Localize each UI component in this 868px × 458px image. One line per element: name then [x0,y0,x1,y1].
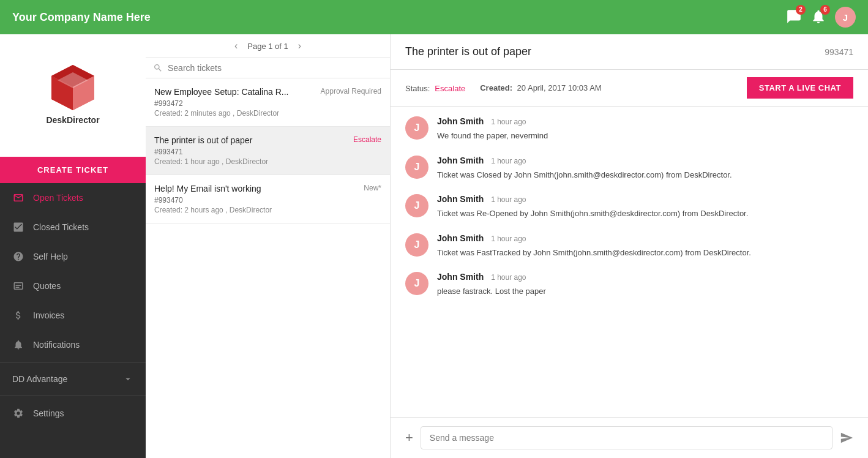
prev-page-button[interactable]: ‹ [234,40,238,51]
detail-ticket-number: 993471 [825,47,853,57]
sidebar: DeskDirector CREATE TICKET Open Tickets … [0,34,146,458]
sidebar-item-quotes[interactable]: Quotes [0,271,146,301]
ticket-number: #993472 [154,99,381,108]
bell-icon-wrap[interactable]: 6 [810,9,826,26]
ticket-badge: New* [364,184,381,192]
list-item: J John Smith 1 hour ago please fastrack.… [405,272,853,298]
top-header: Your Company Name Here 2 6 J [0,0,868,34]
message-time: 1 hour ago [491,195,526,204]
logo-svg: DeskDirector [30,53,116,138]
ticket-list-panel: ‹ Page 1 of 1 › New Employee Setup: Cata… [146,34,391,458]
message-body: John Smith 1 hour ago Ticket was Closed … [437,156,853,181]
send-message-button[interactable] [840,431,853,445]
table-row[interactable]: The printer is out of paper Escalate #99… [146,127,390,175]
pagination-bar: ‹ Page 1 of 1 › [146,34,390,58]
ticket-title: New Employee Setup: Catalina R... [154,87,288,97]
message-text: please fastrack. Lost the paper [437,285,853,298]
avatar: J [405,156,428,179]
created-value: 20 April, 2017 10:03 AM [517,83,602,92]
next-page-button[interactable]: › [298,40,301,51]
sidebar-item-invoices[interactable]: Invoices [0,301,146,330]
message-time: 1 hour ago [491,118,526,126]
open-tickets-icon [12,192,24,204]
logo-area: DeskDirector [0,34,146,157]
message-author: John Smith [437,156,484,165]
sidebar-item-notifications[interactable]: Notifications [0,330,146,359]
add-attachment-button[interactable]: + [405,431,413,445]
live-chat-button[interactable]: START A LIVE CHAT [747,77,853,99]
ticket-number: #993471 [154,148,381,156]
table-row[interactable]: Help! My Email isn't working New* #99347… [146,175,390,223]
closed-tickets-icon [12,221,24,233]
sidebar-item-dd-advantage[interactable]: DD Advantage [0,365,146,393]
create-ticket-button[interactable]: CREATE TICKET [0,157,146,183]
message-time: 1 hour ago [491,235,526,243]
invoices-label: Invoices [33,310,64,320]
sidebar-nav: Open Tickets Closed Tickets Self Help [0,183,146,458]
ticket-meta: Created: 2 minutes ago , DeskDirector [154,109,381,118]
search-input[interactable] [168,63,383,73]
company-name: Your Company Name Here [12,11,786,24]
main-layout: DeskDirector CREATE TICKET Open Tickets … [0,34,868,458]
message-body: John Smith 1 hour ago Ticket was FastTra… [437,233,853,259]
sidebar-item-self-help[interactable]: Self Help [0,242,146,271]
quotes-label: Quotes [33,281,61,291]
self-help-icon [12,250,24,263]
settings-icon [12,407,24,419]
user-avatar[interactable]: J [835,7,856,28]
sidebar-divider [0,362,146,362]
message-author: John Smith [437,116,484,126]
created-label: Created: 20 April, 2017 10:03 AM [480,83,601,92]
sidebar-item-settings[interactable]: Settings [0,399,146,428]
pagination-label: Page 1 of 1 [247,42,288,51]
sidebar-item-open-tickets[interactable]: Open Tickets [0,183,146,212]
message-text: We found the paper, nevermind [437,130,853,142]
closed-tickets-label: Closed Tickets [33,222,89,232]
open-tickets-label: Open Tickets [33,193,83,203]
avatar: J [405,194,428,217]
ticket-meta: Created: 2 hours ago , DeskDirector [154,206,381,214]
list-item: J John Smith 1 hour ago Ticket was Re-Op… [405,194,853,220]
message-author: John Smith [437,272,484,282]
status-label: Status: Escalate [405,83,465,93]
ticket-detail-panel: The printer is out of paper 993471 Statu… [391,34,868,458]
search-icon [153,63,163,73]
ticket-badge: Approval Required [321,87,381,96]
list-item: J John Smith 1 hour ago Ticket was FastT… [405,233,853,259]
list-item: J John Smith 1 hour ago We found the pap… [405,116,853,142]
ticket-badge: Escalate [353,135,381,144]
notifications-label: Notifications [33,340,80,350]
message-body: John Smith 1 hour ago please fastrack. L… [437,272,853,298]
message-author: John Smith [437,233,484,243]
ticket-number: #993470 [154,196,381,205]
message-time: 1 hour ago [491,157,526,165]
message-text: Ticket was Re-Opened by John Smith(john.… [437,208,853,220]
chat-badge: 2 [796,5,806,15]
invoices-icon [12,309,24,321]
ticket-title: The printer is out of paper [154,135,252,145]
status-value: Escalate [435,84,465,93]
settings-label: Settings [33,408,64,418]
message-body: John Smith 1 hour ago We found the paper… [437,116,853,142]
list-item: J John Smith 1 hour ago Ticket was Close… [405,156,853,181]
chat-icon-wrap[interactable]: 2 [786,9,802,26]
compose-input[interactable] [421,426,832,449]
sidebar-item-closed-tickets[interactable]: Closed Tickets [0,212,146,242]
quotes-icon [12,280,24,292]
message-body: John Smith 1 hour ago Ticket was Re-Open… [437,194,853,220]
compose-area: + [391,417,868,458]
ticket-title: Help! My Email isn't working [154,184,261,193]
self-help-label: Self Help [33,252,68,261]
notifications-icon [12,339,24,351]
message-text: Ticket was Closed by John Smith(john.smi… [437,169,853,181]
detail-header: The printer is out of paper 993471 [391,34,868,70]
message-text: Ticket was FastTracked by John Smith(joh… [437,247,853,259]
message-author: John Smith [437,194,484,204]
detail-status-bar: Status: Escalate Created: 20 April, 2017… [391,70,868,107]
avatar: J [405,116,428,140]
svg-text:DeskDirector: DeskDirector [46,115,100,125]
messages-area: J John Smith 1 hour ago We found the pap… [391,107,868,417]
table-row[interactable]: New Employee Setup: Catalina R... Approv… [146,78,390,127]
sidebar-divider-2 [0,396,146,396]
send-icon [840,431,853,445]
